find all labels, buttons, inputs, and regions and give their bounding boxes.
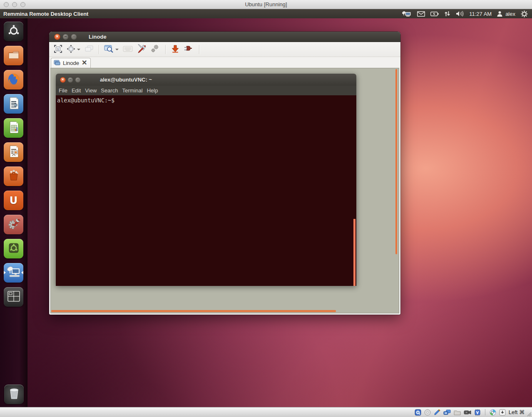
remmina-tabbar: Linode ✕ [49,57,400,68]
calc-spreadsheet-icon [8,121,20,136]
disconnect-button[interactable] [182,43,196,56]
toolbar-separator [199,45,199,54]
connection-tab-linode[interactable]: Linode ✕ [51,58,91,68]
volume-icon[interactable] [456,11,464,17]
tools-button[interactable] [135,43,148,56]
duplicate-connection-button[interactable] [83,43,95,56]
viewport-fullscreen-button[interactable]: 1 [52,43,64,56]
menu-edit[interactable]: Edit [72,87,85,94]
launcher-item-workspace-switcher[interactable] [4,287,23,307]
chevron-down-icon[interactable] [77,49,80,50]
remmina-titlebar[interactable]: × – ▫ Linode [49,32,400,42]
menu-file[interactable]: File [59,87,71,94]
shared-folders-icon[interactable] [454,410,461,415]
terminal-maximize-button[interactable]: ▫ [75,77,81,83]
panel-clock[interactable]: 11:27 AM [469,11,492,17]
scaled-mode-button[interactable] [65,43,82,56]
menu-terminal[interactable]: Terminal [122,87,147,94]
unity-launcher: U [0,18,27,407]
launcher-item-ubuntu-one[interactable]: U [4,191,23,210]
remmina-icon [6,266,21,280]
remmina-window-title: Linode [89,34,107,40]
mail-icon[interactable] [417,11,425,17]
session-gear-icon[interactable] [521,10,528,17]
battery-icon[interactable] [430,12,439,16]
chevron-down-icon[interactable] [115,49,119,50]
window-close-button[interactable]: × [54,34,60,40]
software-center-bag-icon [7,169,20,184]
virtualbox-vm-window: Ubuntu [Running] Remmina Remote Desktop … [0,0,532,417]
remote-desktop-view[interactable]: × – ▫ alex@ubuntuVNC: ~ File Edit View S… [50,68,399,313]
terminal-body[interactable]: alex@ubuntuVNC:~$ [56,95,356,286]
system-testing-icon [7,241,20,256]
settings-gear-wrench-icon [7,217,21,233]
terminal-titlebar[interactable]: × – ▫ alex@ubuntuVNC: ~ [56,74,356,86]
minimize-to-tray-button[interactable] [169,43,181,56]
tab-close-icon[interactable]: ✕ [82,60,87,66]
ubuntu-desktop: Remmina Remote Desktop Client 11:27 AM [0,9,532,407]
trash-icon [8,387,20,402]
terminal-title: alex@ubuntuVNC: ~ [100,77,152,83]
resize-grip[interactable] [526,411,532,417]
vm-window-title: Ubuntu [Running] [0,1,532,7]
remmina-vertical-scrollbar[interactable] [395,69,397,254]
keyboard-capture-icon [499,409,506,416]
toolbar-separator [165,45,166,54]
grab-keyboard-button[interactable] [121,43,134,56]
panel-app-title: Remmina Remote Desktop Client [3,11,88,17]
launcher-item-system-testing[interactable] [4,239,23,258]
remmina-toolbar: 1 [49,42,400,57]
ubuntu-dash-icon [7,25,20,39]
window-maximize-button[interactable]: ▫ [71,34,77,40]
remote-screen-icon [54,60,60,67]
menu-search[interactable]: Search [101,87,122,94]
launcher-item-trash[interactable] [4,385,24,404]
firefox-icon [7,72,21,88]
workspace-switcher-icon [7,290,20,304]
running-indicator-icon [4,271,6,274]
terminal-close-button[interactable]: × [60,77,66,83]
remote-desktop-indicator-icon[interactable] [402,11,412,17]
preferences-gears-button[interactable] [149,43,162,56]
writer-document-icon [8,97,20,112]
focused-indicator-icon [21,271,23,274]
panel-username[interactable]: alex [505,11,515,17]
features-chip-icon[interactable] [474,409,481,416]
tab-label: Linode [63,60,79,66]
usb-devices-icon[interactable] [434,409,440,416]
menu-help[interactable]: Help [147,87,162,94]
window-minimize-button[interactable]: – [62,34,69,40]
screenshot-zoom-icon [104,45,114,54]
menu-view[interactable]: View [85,87,100,94]
optical-disc-icon[interactable] [424,409,431,416]
hard-disks-icon[interactable] [415,409,421,416]
launcher-item-remmina[interactable] [4,263,23,283]
launcher-item-libreoffice-writer[interactable] [4,94,23,114]
network-adapters-icon[interactable] [443,409,451,416]
launcher-item-dash-home[interactable] [4,22,23,41]
display-icon[interactable] [464,410,471,415]
user-icon[interactable] [497,11,502,17]
mac-titlebar: Ubuntu [Running] [0,0,532,9]
viewport-fullscreen-icon: 1 [54,45,62,55]
launcher-item-libreoffice-impress[interactable] [4,142,23,162]
remmina-horizontal-scrollbar[interactable] [51,310,336,312]
shell-prompt: alex@ubuntuVNC:~$ [57,97,114,104]
launcher-item-firefox[interactable] [4,70,23,89]
launcher-item-files[interactable] [4,46,23,65]
terminal-minimize-button[interactable]: – [67,77,73,83]
screenshot-zoom-button[interactable] [102,43,120,56]
network-traffic-icon[interactable] [444,11,450,17]
launcher-item-system-settings[interactable] [4,215,23,234]
duplicate-connection-icon [85,45,94,54]
disconnect-plug-icon [184,45,194,54]
terminal-menubar: File Edit View Search Terminal Help [56,86,356,95]
preferences-gears-icon [150,44,160,55]
terminal-window: × – ▫ alex@ubuntuVNC: ~ File Edit View S… [56,74,356,286]
host-key-label: Left ⌘ [509,409,525,415]
terminal-scrollbar[interactable] [353,219,355,286]
launcher-item-libreoffice-calc[interactable] [4,118,23,138]
launcher-item-software-center[interactable] [4,166,23,186]
grab-keyboard-icon [123,46,133,53]
statusbar-separator [485,409,485,415]
